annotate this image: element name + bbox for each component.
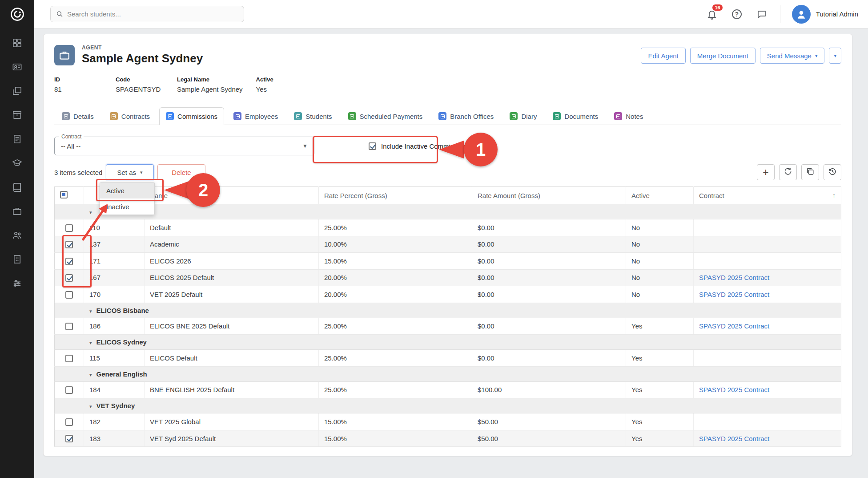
chat-button[interactable] — [755, 8, 768, 21]
sidebar-item-offers[interactable] — [8, 83, 27, 101]
refresh-button[interactable] — [779, 164, 797, 180]
cell-active: Yes — [626, 381, 694, 398]
group-row: ▾ELICOS Bisbane — [55, 303, 841, 318]
contract-link[interactable]: SPASYD 2025 Contract — [699, 274, 769, 281]
cell-id: 182 — [84, 413, 145, 430]
tab-commissions[interactable]: Commissions — [159, 107, 224, 125]
column-header-rate-amount-gross-[interactable]: Rate Amount (Gross) — [472, 187, 626, 204]
row-checkbox[interactable] — [65, 435, 73, 442]
column-header-active[interactable]: Active — [626, 187, 694, 204]
cell-contract: SPASYD 2025 Contract — [694, 430, 841, 447]
contract-link[interactable]: SPASYD 2025 Contract — [699, 322, 769, 330]
contract-select[interactable]: Contract -- All -- ▼ — [54, 137, 314, 155]
search-input[interactable] — [67, 10, 238, 18]
search-icon — [56, 10, 63, 18]
user-name: Tutorial Admin — [816, 10, 858, 18]
tab-icon — [438, 112, 446, 120]
contract-link[interactable]: SPASYD 2025 Contract — [699, 291, 769, 298]
tab-diary[interactable]: Diary — [503, 107, 543, 125]
chat-icon — [756, 9, 767, 20]
row-checkbox[interactable] — [65, 241, 73, 248]
column-header-contract[interactable]: Contract↑ — [694, 187, 841, 204]
cell-rate-percent: 25.00% — [319, 350, 472, 367]
row-checkbox[interactable] — [65, 291, 73, 299]
info-label: Legal Name — [177, 76, 243, 83]
tab-label: Branch Offices — [450, 113, 494, 120]
merge-document-button[interactable]: Merge Document — [690, 48, 755, 64]
sidebar-item-briefcase[interactable] — [8, 203, 27, 221]
tab-scheduled-payments[interactable]: Scheduled Payments — [342, 107, 430, 125]
row-checkbox[interactable] — [65, 386, 73, 394]
tab-icon — [110, 112, 118, 120]
tab-students[interactable]: Students — [287, 107, 338, 125]
menu-item-active[interactable]: Active — [100, 182, 154, 198]
cell-active: No — [626, 269, 694, 286]
column-header-rate-percent-gross-[interactable]: Rate Percent (Gross) — [319, 187, 472, 204]
sidebar-item-graduation[interactable] — [8, 155, 27, 173]
row-checkbox[interactable] — [65, 355, 73, 362]
cell-rate-percent: 20.00% — [319, 269, 472, 286]
search-box[interactable] — [50, 6, 244, 22]
tab-branch-offices[interactable]: Branch Offices — [432, 107, 500, 125]
delete-button[interactable]: Delete — [157, 164, 205, 180]
app-logo[interactable] — [0, 0, 34, 28]
sidebar-item-invoices[interactable] — [8, 131, 27, 149]
contract-link[interactable]: SPASYD 2025 Contract — [699, 386, 769, 393]
sidebar-item-dashboard[interactable] — [8, 35, 27, 53]
sort-ascending-icon[interactable]: ↑ — [832, 192, 836, 199]
tab-icon — [510, 112, 518, 120]
tab-label: Documents — [564, 113, 598, 120]
sidebar-item-settings[interactable] — [8, 275, 27, 293]
copy-button[interactable] — [801, 164, 819, 180]
tab-icon — [553, 112, 561, 120]
cell-rate-percent: 10.00% — [319, 236, 472, 253]
row-checkbox[interactable] — [65, 418, 73, 426]
send-message-button[interactable]: Send Message▾ — [760, 48, 825, 64]
sidebar-item-book[interactable] — [8, 179, 27, 197]
row-checkbox[interactable] — [65, 274, 73, 282]
collapse-icon[interactable]: ▾ — [89, 308, 92, 314]
column-header-name[interactable]: Name — [145, 187, 319, 204]
cell-rate-amount: $0.00 — [472, 269, 626, 286]
contract-link[interactable]: SPASYD 2025 Contract — [699, 435, 769, 442]
tab-details[interactable]: Details — [55, 107, 100, 125]
column-header — [55, 187, 84, 204]
cell-active: No — [626, 253, 694, 270]
sidebar-item-people[interactable] — [8, 227, 27, 245]
tab-documents[interactable]: Documents — [546, 107, 605, 125]
info-label: ID — [54, 76, 102, 83]
row-checkbox[interactable] — [65, 224, 73, 232]
cell-id: 184 — [84, 381, 145, 398]
menu-item-inactive[interactable]: Inactive — [100, 198, 154, 215]
tab-notes[interactable]: Notes — [607, 107, 650, 125]
notification-badge: 16 — [712, 4, 722, 11]
sidebar-item-students[interactable] — [8, 59, 27, 77]
info-label: Code — [116, 76, 164, 83]
row-checkbox[interactable] — [65, 258, 73, 265]
user-menu[interactable]: Tutorial Admin — [792, 5, 858, 24]
notifications-button[interactable]: 16 — [705, 8, 719, 21]
history-button[interactable] — [824, 164, 841, 180]
add-button[interactable]: + — [757, 164, 775, 180]
cell-contract — [694, 253, 841, 270]
help-button[interactable]: ? — [730, 8, 743, 21]
sidebar-item-building[interactable] — [8, 251, 27, 269]
set-as-button[interactable]: Set as▾ — [106, 164, 154, 180]
collapse-icon[interactable]: ▾ — [89, 404, 92, 409]
cell-rate-amount: $0.00 — [472, 253, 626, 270]
people-icon — [12, 230, 22, 242]
collapse-icon[interactable]: ▾ — [89, 340, 92, 345]
cell-active: Yes — [626, 413, 694, 430]
select-all-checkbox[interactable] — [60, 191, 68, 198]
collapse-icon[interactable]: ▾ — [89, 210, 92, 215]
tab-contracts[interactable]: Contracts — [103, 107, 157, 125]
tab-employees[interactable]: Employees — [227, 107, 285, 125]
edit-agent-button[interactable]: Edit Agent — [641, 48, 685, 64]
more-actions-button[interactable]: ▾ — [829, 48, 841, 64]
row-checkbox[interactable] — [65, 323, 73, 330]
sidebar-item-archive[interactable] — [8, 107, 27, 125]
collapse-icon[interactable]: ▾ — [89, 372, 92, 377]
include-inactive-checkbox[interactable] — [369, 142, 376, 150]
offers-icon — [12, 86, 22, 97]
info-label: Active — [256, 76, 304, 83]
